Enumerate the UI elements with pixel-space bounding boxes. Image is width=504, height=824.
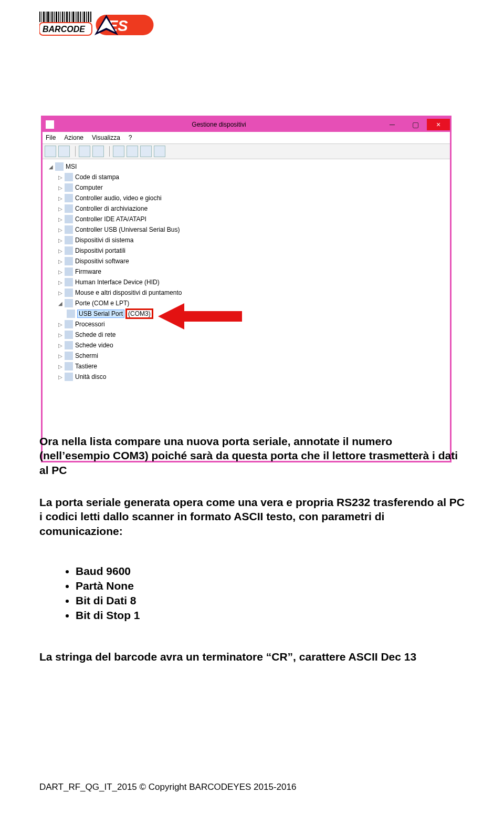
device-tree[interactable]: ◢ MSI ▷Code di stampa ▷Computer ▷Control… [43, 159, 450, 461]
computer-icon [55, 162, 64, 171]
device-icon [65, 278, 73, 286]
expand-icon[interactable]: ▷ [57, 226, 64, 233]
tree-item[interactable]: ▷Human Interface Device (HID) [57, 277, 445, 287]
svg-rect-12 [65, 12, 66, 22]
ports-icon [65, 299, 73, 307]
window-app-icon [46, 120, 54, 129]
menu-help[interactable]: ? [129, 134, 132, 141]
menu-action[interactable]: Azione [64, 134, 83, 141]
expand-icon[interactable]: ▷ [57, 184, 64, 191]
tree-item[interactable]: ▷Tastiere [57, 361, 445, 372]
tree-item[interactable]: ▷Dispositivi software [57, 256, 445, 266]
window-close-button[interactable]: × [427, 119, 450, 130]
expand-icon[interactable]: ▷ [57, 174, 64, 180]
tree-item[interactable]: ▷Processori [57, 319, 445, 329]
svg-rect-3 [46, 12, 47, 22]
tree-item[interactable]: ▷Computer [57, 182, 445, 193]
svg-rect-22 [86, 12, 87, 22]
toolbar-button[interactable] [113, 146, 124, 157]
document-page: BARCODE ES Gestione dispositivi ─ ▢ × Fi… [0, 0, 504, 824]
expand-icon[interactable]: ▷ [57, 290, 64, 296]
tree-item[interactable]: ▷Unità disco [57, 372, 445, 382]
svg-rect-2 [43, 12, 45, 22]
expand-icon[interactable]: ▷ [57, 363, 64, 369]
tree-item[interactable]: ▷Schede di rete [57, 329, 445, 340]
device-icon [65, 267, 73, 276]
device-icon [65, 352, 73, 360]
svg-text:BARCODE: BARCODE [43, 25, 86, 34]
toolbar-button[interactable] [79, 146, 90, 157]
window-titlebar[interactable]: Gestione dispositivi ─ ▢ × [43, 117, 450, 132]
menu-file[interactable]: File [46, 134, 56, 141]
expand-icon[interactable]: ▷ [57, 374, 64, 380]
paragraph-2: La porta seriale generata opera come una… [39, 495, 465, 538]
device-icon [65, 289, 73, 297]
brand-logo: BARCODE ES [39, 9, 155, 36]
list-item: Bit di Stop 1 [76, 609, 140, 622]
expand-icon[interactable]: ▷ [57, 237, 64, 243]
collapse-icon[interactable]: ◢ [48, 163, 54, 170]
svg-rect-23 [88, 12, 90, 22]
tree-item[interactable]: ▷Schede video [57, 340, 445, 351]
paragraph-3: La stringa del barcode avra un terminato… [39, 650, 465, 664]
svg-rect-6 [51, 12, 53, 22]
svg-rect-11 [62, 12, 64, 22]
list-item: Partà None [76, 580, 140, 592]
expand-icon[interactable]: ▷ [57, 342, 64, 348]
toolbar-button[interactable] [140, 146, 152, 157]
svg-rect-8 [56, 12, 57, 22]
tree-item[interactable]: ▷Firmware [57, 266, 445, 277]
expand-icon[interactable]: ▷ [57, 195, 64, 201]
toolbar-button[interactable] [154, 146, 165, 157]
svg-rect-7 [54, 12, 55, 22]
tree-item[interactable]: ▷Controller USB (Universal Serial Bus) [57, 224, 445, 235]
svg-rect-15 [71, 12, 71, 22]
tree-item[interactable]: ▷Mouse e altri dispositivi di puntamento [57, 287, 445, 298]
tree-item[interactable]: ▷Dispositivi portatili [57, 245, 445, 256]
com-port-icon [67, 310, 75, 318]
menu-view[interactable]: Visualizza [92, 134, 120, 141]
toolbar-button[interactable] [127, 146, 138, 157]
tree-item[interactable]: ▷Schermi [57, 351, 445, 361]
tree-item[interactable]: ▷Code di stampa [57, 172, 445, 182]
tree-item[interactable]: ▷Controller di archiviazione [57, 203, 445, 214]
toolbar-button[interactable] [92, 146, 104, 157]
list-item: Baud 9600 [76, 565, 140, 578]
tree-item[interactable]: ▷Controller audio, video e giochi [57, 193, 445, 203]
toolbar [43, 144, 450, 159]
expand-icon[interactable]: ▷ [57, 258, 64, 264]
tree-item-ports[interactable]: ◢ Porte (COM e LPT) [57, 298, 445, 308]
device-icon [65, 320, 73, 328]
window-minimize-button[interactable]: ─ [381, 119, 404, 130]
toolbar-button[interactable] [58, 146, 70, 157]
expand-icon[interactable]: ▷ [57, 332, 64, 338]
serial-params-list: Baud 9600 Partà None Bit di Dati 8 Bit d… [63, 565, 140, 624]
device-icon [65, 204, 73, 213]
paragraph-1: Ora nella lista compare una nuova porta … [39, 434, 465, 477]
svg-rect-18 [78, 12, 79, 22]
tree-root-label: MSI [66, 163, 77, 170]
svg-rect-1 [41, 12, 42, 22]
expand-icon[interactable]: ▷ [57, 216, 64, 222]
tree-item[interactable]: ▷Dispositivi di sistema [57, 235, 445, 245]
tree-item-usb-serial-port[interactable]: USB Serial Port (COM3) [67, 308, 445, 319]
svg-rect-24 [90, 12, 91, 22]
tree-root[interactable]: ◢ MSI [48, 161, 445, 172]
svg-rect-19 [80, 12, 81, 22]
svg-rect-9 [58, 12, 59, 22]
toolbar-button[interactable] [45, 146, 56, 157]
expand-icon[interactable]: ▷ [57, 205, 64, 212]
device-icon [65, 194, 73, 202]
collapse-icon[interactable]: ◢ [57, 300, 64, 306]
menubar[interactable]: File Azione Visualizza ? [43, 132, 450, 144]
device-icon [65, 341, 73, 349]
window-maximize-button[interactable]: ▢ [404, 119, 427, 130]
expand-icon[interactable]: ▷ [57, 269, 64, 275]
svg-rect-0 [39, 12, 40, 22]
expand-icon[interactable]: ▷ [57, 279, 64, 285]
expand-icon[interactable]: ▷ [57, 353, 64, 359]
device-icon [65, 236, 73, 244]
expand-icon[interactable]: ▷ [57, 321, 64, 327]
expand-icon[interactable]: ▷ [57, 248, 64, 254]
tree-item[interactable]: ▷Controller IDE ATA/ATAPI [57, 214, 445, 224]
